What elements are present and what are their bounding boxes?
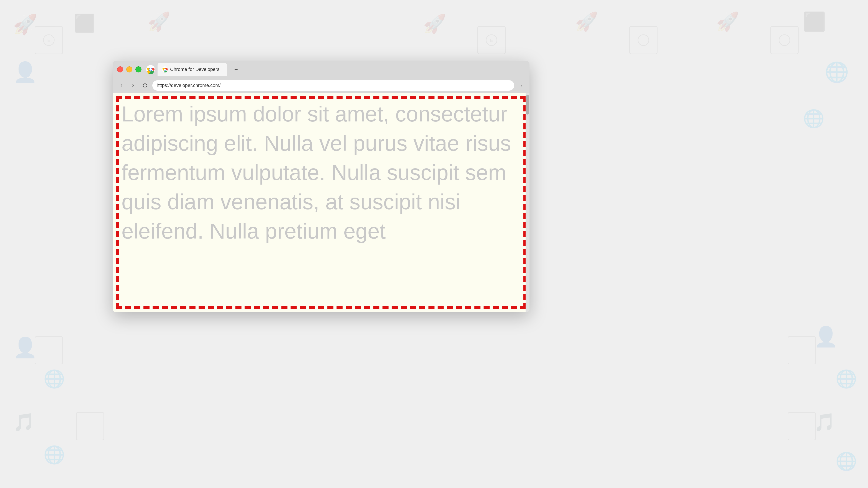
scrollbar-thumb[interactable] xyxy=(526,95,529,115)
bg-stamp-2: E xyxy=(477,26,506,54)
bg-icon-4: 🚀 xyxy=(423,13,446,35)
close-button[interactable] xyxy=(117,66,123,72)
bg-icon-16: 🌐 xyxy=(835,369,857,389)
svg-point-13 xyxy=(521,84,522,85)
page-content: Lorem ipsum dolor sit amet, consectetur … xyxy=(113,93,529,312)
bg-icon-11: 🎵 xyxy=(13,412,35,432)
bg-icon-13: 🌐 xyxy=(825,61,849,84)
minimize-button[interactable] xyxy=(126,66,132,72)
bg-stamp-5 xyxy=(35,336,63,364)
refresh-button[interactable] xyxy=(141,81,149,90)
bg-icon-5: 🚀 xyxy=(575,11,598,33)
bg-icon-6: 🚀 xyxy=(716,11,739,33)
bg-icon-14: 🌐 xyxy=(803,108,825,129)
browser-menu-button[interactable] xyxy=(517,82,525,89)
bg-icon-1: 🚀 xyxy=(13,13,37,36)
bg-icon-2: ⬛ xyxy=(74,13,95,33)
url-text: https://developer.chrome.com/ xyxy=(157,83,221,88)
svg-point-4 xyxy=(638,35,649,45)
bg-stamp-3 xyxy=(629,26,657,54)
bg-icon-8: 👤 xyxy=(13,61,37,84)
new-tab-button[interactable]: + xyxy=(231,65,241,74)
bg-icon-3: 🚀 xyxy=(148,11,170,33)
bg-stamp-6 xyxy=(76,412,104,440)
bg-stamp-7 xyxy=(788,336,816,364)
bg-icon-17: 🎵 xyxy=(814,412,835,432)
tab-chrome-icon xyxy=(162,66,168,72)
svg-text:E: E xyxy=(490,38,493,43)
svg-point-15 xyxy=(521,87,522,87)
bg-stamp-8 xyxy=(788,412,816,440)
bg-icon-12: 🌐 xyxy=(43,445,65,465)
tab-title: Chrome for Developers xyxy=(170,67,219,72)
page-lorem-text: Lorem ipsum dolor sit amet, consectetur … xyxy=(113,93,525,252)
bg-icon-7: ⬛ xyxy=(803,11,826,33)
address-bar[interactable]: https://developer.chrome.com/ xyxy=(152,80,514,91)
back-button[interactable] xyxy=(117,81,126,90)
svg-point-14 xyxy=(521,85,522,86)
traffic-lights xyxy=(117,66,142,72)
svg-text:E: E xyxy=(47,38,50,43)
browser-window: Chrome for Developers + xyxy=(113,61,529,312)
address-bar-row: https://developer.chrome.com/ xyxy=(113,78,529,93)
bg-stamp-4 xyxy=(770,26,799,54)
forward-button[interactable] xyxy=(129,81,137,90)
bg-icon-10: 🌐 xyxy=(43,369,65,389)
svg-point-9 xyxy=(150,68,152,71)
bg-icon-15: 👤 xyxy=(814,325,838,348)
svg-point-12 xyxy=(164,69,166,70)
chrome-logo-icon xyxy=(146,65,155,74)
bg-icon-9: 👤 xyxy=(13,336,37,359)
maximize-button[interactable] xyxy=(135,66,142,72)
svg-point-5 xyxy=(779,35,790,45)
browser-tab[interactable]: Chrome for Developers xyxy=(158,63,227,76)
scrollbar[interactable] xyxy=(526,93,529,312)
title-bar: Chrome for Developers + xyxy=(113,61,529,78)
bg-stamp-1: E xyxy=(35,26,63,54)
bg-icon-18: 🌐 xyxy=(835,451,857,471)
